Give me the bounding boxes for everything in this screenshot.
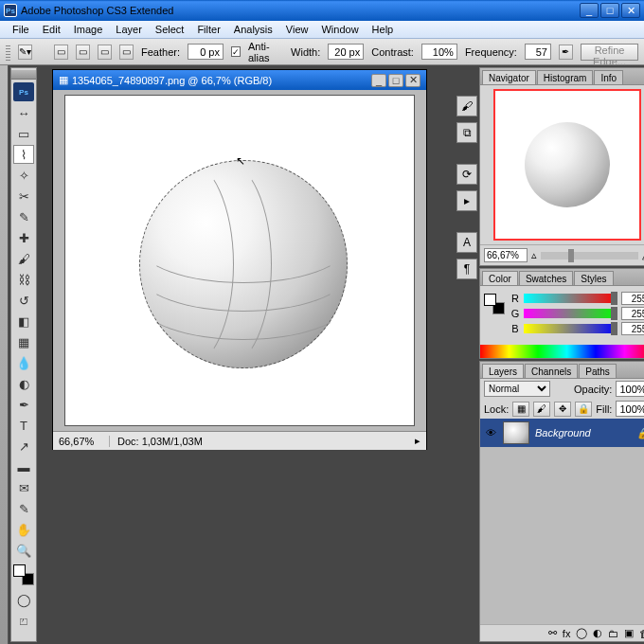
doc-close-button[interactable]: ✕	[405, 74, 420, 87]
lasso-tool[interactable]: ⌇	[13, 145, 34, 164]
paragraph-panel-icon[interactable]: ¶	[456, 259, 477, 279]
antialias-checkbox[interactable]	[231, 46, 241, 57]
menu-edit[interactable]: Edit	[36, 22, 67, 37]
menu-window[interactable]: Window	[314, 22, 365, 37]
shape-tool[interactable]: ▬	[13, 457, 34, 476]
fill-input[interactable]	[616, 401, 644, 417]
tab-histogram[interactable]: Histogram	[537, 70, 594, 84]
history-brush-tool[interactable]: ↺	[13, 291, 34, 310]
crop-tool[interactable]: ✂	[13, 187, 34, 206]
zoom-tool[interactable]: 🔍	[13, 541, 34, 560]
zoom-out-icon[interactable]: ▵	[531, 249, 537, 261]
link-layers-button[interactable]: ⚯	[548, 627, 557, 639]
tab-color[interactable]: Color	[482, 271, 518, 285]
r-slider[interactable]	[524, 294, 617, 303]
brush-tool[interactable]: 🖌	[13, 249, 34, 268]
brush-panel-icon[interactable]: 🖌	[456, 96, 477, 116]
refine-edge-button[interactable]: Refine Edge...	[581, 44, 638, 61]
layer-mask-button[interactable]: ◯	[576, 627, 587, 639]
r-input[interactable]	[621, 292, 644, 305]
menu-image[interactable]: Image	[67, 22, 110, 37]
feather-input[interactable]	[188, 44, 224, 60]
gradient-tool[interactable]: ▦	[13, 332, 34, 351]
lock-pixels-button[interactable]: 🖌	[533, 402, 550, 417]
tab-navigator[interactable]: Navigator	[482, 70, 536, 84]
new-layer-button[interactable]: ▣	[624, 627, 634, 639]
toolbox-grip[interactable]	[11, 70, 36, 80]
zoom-field[interactable]: 66,67%	[59, 436, 110, 447]
menu-layer[interactable]: Layer	[109, 22, 149, 37]
type-tool[interactable]: T	[13, 416, 34, 435]
b-input[interactable]	[621, 322, 644, 335]
close-button[interactable]: ✕	[621, 3, 640, 18]
slice-tool[interactable]: ✎	[13, 207, 34, 226]
lock-position-button[interactable]: ✥	[554, 402, 571, 417]
blur-tool[interactable]: 💧	[13, 353, 34, 372]
notes-tool[interactable]: ✉	[13, 478, 34, 497]
intersect-selection-button[interactable]: ▭	[119, 45, 134, 60]
eraser-tool[interactable]: ◧	[13, 312, 34, 331]
tab-channels[interactable]: Channels	[525, 364, 578, 378]
adjustment-layer-button[interactable]: ◐	[593, 627, 602, 639]
wand-tool[interactable]: ✧	[13, 166, 34, 185]
tab-paths[interactable]: Paths	[579, 364, 617, 378]
maximize-button[interactable]: □	[600, 3, 619, 18]
canvas[interactable]: ↖	[64, 95, 415, 426]
layer-style-button[interactable]: fx	[563, 628, 571, 639]
menu-help[interactable]: Help	[366, 22, 401, 37]
b-slider[interactable]	[524, 324, 617, 333]
layer-background[interactable]: 👁 Background 🔒	[480, 419, 644, 447]
clone-panel-icon[interactable]: ⧉	[456, 122, 477, 143]
nav-zoom-slider[interactable]	[541, 252, 638, 259]
quickmask-button[interactable]: ◯	[13, 590, 34, 609]
menu-select[interactable]: Select	[149, 22, 191, 37]
opacity-input[interactable]	[616, 381, 644, 397]
lock-all-button[interactable]: 🔒	[575, 402, 592, 417]
minimize-button[interactable]: _	[580, 3, 599, 18]
marquee-tool[interactable]: ▭	[13, 124, 34, 143]
layer-thumbnail[interactable]	[503, 421, 529, 444]
eyedropper-tool[interactable]: ✎	[13, 499, 34, 518]
group-button[interactable]: 🗀	[608, 628, 618, 639]
move-tool[interactable]: ↔	[13, 103, 34, 122]
contrast-input[interactable]	[421, 44, 457, 60]
actions-panel-icon[interactable]: ▸	[456, 190, 477, 211]
document-titlebar[interactable]: ▦1354065_74890897.png @ 66,7% (RGB/8) _ …	[53, 70, 426, 90]
screenmode-button[interactable]: ⏍	[13, 611, 34, 630]
dodge-tool[interactable]: ◐	[13, 374, 34, 393]
subtract-selection-button[interactable]: ▭	[98, 45, 112, 60]
navigator-thumbnail[interactable]	[493, 89, 641, 241]
pen-pressure-button[interactable]: ✒	[559, 45, 573, 60]
dock-left-strip[interactable]	[0, 65, 9, 644]
blend-mode-select[interactable]: Normal	[484, 381, 550, 397]
visibility-icon[interactable]: 👁	[484, 426, 497, 439]
new-selection-button[interactable]: ▭	[54, 45, 68, 60]
delete-layer-button[interactable]: 🗑	[639, 628, 644, 639]
doc-maximize-button[interactable]: □	[388, 74, 403, 87]
menu-analysis[interactable]: Analysis	[227, 22, 279, 37]
frequency-input[interactable]	[525, 44, 551, 60]
lock-transparent-button[interactable]: ▦	[512, 402, 529, 417]
tab-info[interactable]: Info	[594, 70, 623, 84]
color-panel-swatch[interactable]	[484, 294, 505, 314]
grip-icon[interactable]	[6, 44, 10, 61]
menu-view[interactable]: View	[279, 22, 315, 37]
stamp-tool[interactable]: ⛓	[13, 270, 34, 289]
tab-layers[interactable]: Layers	[482, 364, 524, 378]
menu-filter[interactable]: Filter	[190, 22, 226, 37]
color-swatch[interactable]	[13, 564, 34, 585]
healing-tool[interactable]: ✚	[13, 228, 34, 247]
doc-minimize-button[interactable]: _	[371, 74, 386, 87]
hand-tool[interactable]: ✋	[13, 520, 34, 539]
menu-file[interactable]: File	[6, 22, 36, 37]
tab-styles[interactable]: Styles	[574, 271, 613, 285]
width-input[interactable]	[328, 44, 364, 60]
history-panel-icon[interactable]: ⟳	[456, 164, 477, 185]
spectrum-ramp[interactable]	[480, 345, 644, 358]
tab-swatches[interactable]: Swatches	[519, 271, 573, 285]
add-selection-button[interactable]: ▭	[76, 45, 90, 60]
g-input[interactable]	[621, 307, 644, 320]
g-slider[interactable]	[524, 309, 617, 318]
tool-preset-button[interactable]: ✎▾	[18, 45, 32, 60]
pen-tool[interactable]: ✒	[13, 395, 34, 414]
